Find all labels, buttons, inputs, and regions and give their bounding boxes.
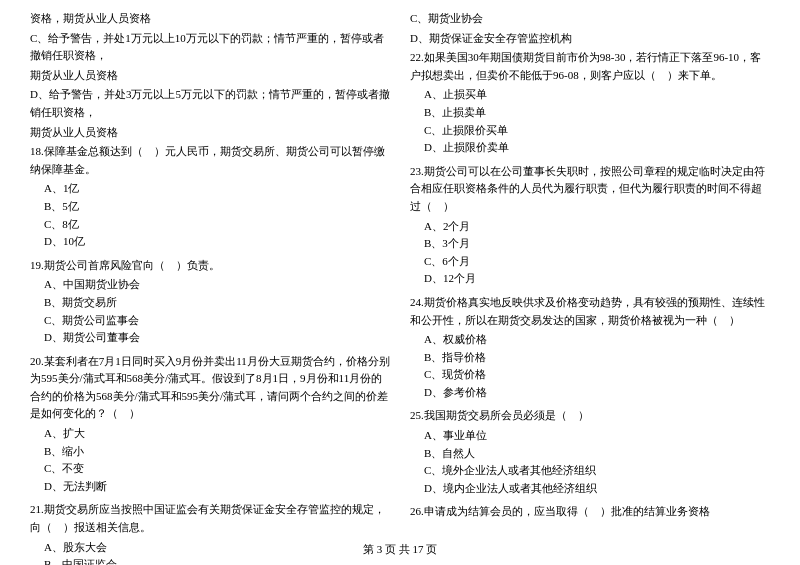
question-block: 25.我国期货交易所会员必须是（ ）A、事业单位B、自然人C、境外企业法人或者其…: [410, 407, 770, 497]
question-text: 21.期货交易所应当按照中国证监会有关期货保证金安全存管监控的规定，向（ ）报送…: [30, 501, 390, 536]
option: A、扩大: [30, 425, 390, 443]
option: D、无法判断: [30, 478, 390, 496]
option: A、止损买单: [410, 86, 770, 104]
option: B、中国证监会: [30, 556, 390, 565]
left-column: 资格，期货从业人员资格C、给予警告，并处1万元以上10万元以下的罚款；情节严重的…: [30, 10, 390, 565]
question-text: 26.申请成为结算会员的，应当取得（ ）批准的结算业务资格: [410, 503, 770, 521]
option: A、中国期货业协会: [30, 276, 390, 294]
question-block: 24.期货价格真实地反映供求及价格变动趋势，具有较强的预期性、连续性和公开性，所…: [410, 294, 770, 402]
paragraph-text: D、给予警告，并处3万元以上5万元以下的罚款；情节严重的，暂停或者撤销任职资格，: [30, 86, 390, 121]
option: A、权威价格: [410, 331, 770, 349]
option: D、止损限价卖单: [410, 139, 770, 157]
paragraph-text: C、期货业协会: [410, 10, 770, 28]
question-block: 20.某套利者在7月1日同时买入9月份并卖出11月份大豆期货合约，价格分别为59…: [30, 353, 390, 496]
option: C、现货价格: [410, 366, 770, 384]
right-column: C、期货业协会D、期货保证金安全存管监控机构22.如果美国30年期国债期货目前市…: [410, 10, 770, 565]
option: A、2个月: [410, 218, 770, 236]
option: C、不变: [30, 460, 390, 478]
question-block: 26.申请成为结算会员的，应当取得（ ）批准的结算业务资格: [410, 503, 770, 521]
option: B、5亿: [30, 198, 390, 216]
question-block: 18.保障基金总额达到（ ）元人民币，期货交易所、期货公司可以暂停缴纳保障基金。…: [30, 143, 390, 251]
question-text: 19.期货公司首席风险官向（ ）负责。: [30, 257, 390, 275]
option: B、缩小: [30, 443, 390, 461]
option: D、境内企业法人或者其他经济组织: [410, 480, 770, 498]
option: B、期货交易所: [30, 294, 390, 312]
question-block: 19.期货公司首席风险官向（ ）负责。A、中国期货业协会B、期货交易所C、期货公…: [30, 257, 390, 347]
question-block: 22.如果美国30年期国债期货目前市价为98-30，若行情正下落至96-10，客…: [410, 49, 770, 157]
option: B、3个月: [410, 235, 770, 253]
paragraph-text: 期货从业人员资格: [30, 67, 390, 85]
question-text: 18.保障基金总额达到（ ）元人民币，期货交易所、期货公司可以暂停缴纳保障基金。: [30, 143, 390, 178]
question-text: 25.我国期货交易所会员必须是（ ）: [410, 407, 770, 425]
question-text: 23.期货公司可以在公司董事长失职时，按照公司章程的规定临时决定由符合相应任职资…: [410, 163, 770, 216]
question-text: 22.如果美国30年期国债期货目前市价为98-30，若行情正下落至96-10，客…: [410, 49, 770, 84]
option: A、事业单位: [410, 427, 770, 445]
question-text: 24.期货价格真实地反映供求及价格变动趋势，具有较强的预期性、连续性和公开性，所…: [410, 294, 770, 329]
paragraph-text: C、给予警告，并处1万元以上10万元以下的罚款；情节严重的，暂停或者撤销任职资格…: [30, 30, 390, 65]
option: D、12个月: [410, 270, 770, 288]
option: D、10亿: [30, 233, 390, 251]
paragraph-text: 期货从业人员资格: [30, 124, 390, 142]
option: D、参考价格: [410, 384, 770, 402]
option: B、指导价格: [410, 349, 770, 367]
option: D、期货公司董事会: [30, 329, 390, 347]
paragraph-text: D、期货保证金安全存管监控机构: [410, 30, 770, 48]
option: B、止损卖单: [410, 104, 770, 122]
page-footer: 第 3 页 共 17 页: [0, 542, 800, 557]
page: 资格，期货从业人员资格C、给予警告，并处1万元以上10万元以下的罚款；情节严重的…: [0, 0, 800, 565]
option: A、1亿: [30, 180, 390, 198]
content-columns: 资格，期货从业人员资格C、给予警告，并处1万元以上10万元以下的罚款；情节严重的…: [30, 10, 770, 565]
question-block: 23.期货公司可以在公司董事长失职时，按照公司章程的规定临时决定由符合相应任职资…: [410, 163, 770, 288]
option: C、止损限价买单: [410, 122, 770, 140]
question-text: 20.某套利者在7月1日同时买入9月份并卖出11月份大豆期货合约，价格分别为59…: [30, 353, 390, 423]
option: C、期货公司监事会: [30, 312, 390, 330]
option: C、境外企业法人或者其他经济组织: [410, 462, 770, 480]
option: B、自然人: [410, 445, 770, 463]
option: C、6个月: [410, 253, 770, 271]
paragraph-text: 资格，期货从业人员资格: [30, 10, 390, 28]
option: C、8亿: [30, 216, 390, 234]
